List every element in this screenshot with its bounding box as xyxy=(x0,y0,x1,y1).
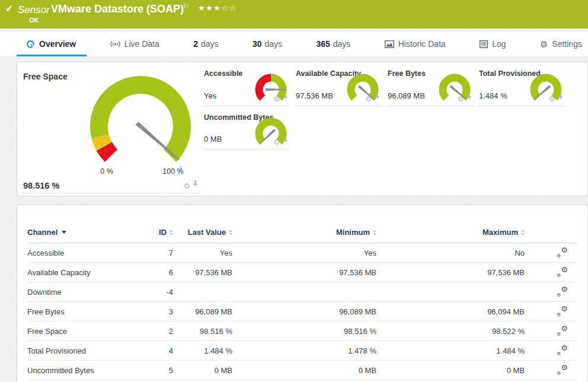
channel-maximum: No xyxy=(376,243,525,263)
gauge-cell-free-bytes: Free Bytes 96,089 MB ⚙ xyxy=(386,65,474,106)
channels-panel: Channel ID Last Value Minimum Maximum xyxy=(17,205,588,382)
channel-minimum: 97,536 MB xyxy=(232,263,376,282)
priority-stars[interactable]: ★★★☆☆ xyxy=(198,4,237,12)
sort-desc-icon xyxy=(62,231,66,234)
table-header-row: Channel ID Last Value Minimum Maximum xyxy=(27,228,577,243)
tab-label: Live Data xyxy=(124,39,159,49)
pin-icon[interactable] xyxy=(192,180,199,191)
uncommitted-bytes-gauge xyxy=(253,115,289,154)
pin-icon[interactable] xyxy=(282,93,289,104)
gauge-cell-accessible: Accessible Yes ⚙ xyxy=(203,65,290,106)
sort-icon xyxy=(373,230,376,235)
tab-overview[interactable]: Overview xyxy=(26,31,76,56)
pin-icon[interactable] xyxy=(374,93,381,104)
tab-live-data[interactable]: Live Data xyxy=(110,31,159,56)
channel-last-value: 1.484 % xyxy=(173,341,232,361)
tab-label: days xyxy=(264,39,282,49)
gauge-settings-icon[interactable]: ⚙ xyxy=(183,182,190,190)
table-row: Available Capacity697,536 MB97,536 MB97,… xyxy=(27,263,577,282)
sensor-header: ✓ Sensor VMware Datastore (SOAP) ⚐ ★★★☆☆… xyxy=(0,0,588,28)
channel-name[interactable]: Uncommitted Bytes xyxy=(27,361,146,380)
sort-icon xyxy=(229,230,232,235)
tab-30-days[interactable]: 30 days xyxy=(253,31,282,56)
tab-number: 365 xyxy=(316,39,330,49)
channel-name[interactable]: Free Bytes xyxy=(27,302,146,321)
column-label: Last Value xyxy=(188,228,226,237)
gauge-cell-total-provisioned: Total Provisioned 1.484 % ⚙ xyxy=(478,65,565,106)
channel-id: 6 xyxy=(146,263,173,282)
channel-minimum: 1.478 % xyxy=(232,341,376,361)
channel-id: 2 xyxy=(146,321,173,341)
channel-settings-icon[interactable]: ⚙⚙ xyxy=(557,365,568,374)
gauge-settings-icon[interactable]: ⚙ xyxy=(548,95,555,103)
channel-maximum: 0 MB xyxy=(376,361,525,380)
channel-last-value: 98.516 % xyxy=(173,321,232,341)
free-bytes-gauge xyxy=(436,71,473,110)
tab-365-days[interactable]: 365 days xyxy=(316,31,350,56)
channel-name[interactable]: Free Space xyxy=(27,321,146,341)
tab-label: Overview xyxy=(39,39,76,49)
channels-tbody: Accessible7YesYesNo⚙⚙Available Capacity6… xyxy=(27,243,577,380)
channel-settings-icon[interactable]: ⚙⚙ xyxy=(557,247,568,257)
tab-label: Log xyxy=(492,39,506,49)
gauge-cell-available-capacity: Available Capacity 97,536 MB ⚙ xyxy=(295,65,382,106)
gauge-cell-uncommitted-bytes: Uncommitted Bytes 0 MB ⚙ xyxy=(203,109,290,149)
channel-minimum: 0 MB xyxy=(232,361,376,380)
channel-last-value: 0 MB xyxy=(173,361,232,380)
tab-2-days[interactable]: 2 days xyxy=(193,31,218,56)
column-header-id[interactable]: ID xyxy=(146,228,173,243)
gauge-settings-icon[interactable]: ⚙ xyxy=(365,95,372,103)
channel-settings-icon[interactable]: ⚙⚙ xyxy=(557,267,568,276)
status-badge: OK xyxy=(29,17,39,24)
column-header-last-value[interactable]: Last Value xyxy=(173,228,232,243)
channel-settings-icon[interactable]: ⚙⚙ xyxy=(557,326,568,335)
channel-last-value: Yes xyxy=(173,243,232,263)
channel-settings-icon[interactable]: ⚙⚙ xyxy=(557,286,568,296)
tab-settings[interactable]: ⚙ Settings xyxy=(540,31,582,56)
table-row: Uncommitted Bytes50 MB0 MB0 MB⚙⚙ xyxy=(27,361,577,380)
gauge-value: 98.516 % xyxy=(23,181,59,190)
gauge-value: 97,536 MB xyxy=(296,91,333,100)
column-label: Maximum xyxy=(482,228,518,237)
tab-historic-data[interactable]: Historic Data xyxy=(385,31,446,56)
channel-name[interactable]: Total Provisioned xyxy=(27,341,146,361)
flag-icon[interactable]: ⚐ xyxy=(183,2,190,11)
channel-name[interactable]: Available Capacity xyxy=(27,263,146,282)
gauge-settings-icon[interactable]: ⚙ xyxy=(273,138,280,146)
pin-icon[interactable] xyxy=(466,93,472,104)
gauge-settings-icon[interactable]: ⚙ xyxy=(273,95,280,103)
tab-log[interactable]: Log xyxy=(480,31,506,56)
gauge-scale-min-label: 0 % xyxy=(100,167,113,176)
table-row: Downtime-4⚙⚙ xyxy=(27,282,577,302)
gauge-title: Accessible xyxy=(204,69,242,78)
tab-label: days xyxy=(333,39,351,49)
channel-settings-icon[interactable]: ⚙⚙ xyxy=(557,345,568,355)
sensor-page: ✓ Sensor VMware Datastore (SOAP) ⚐ ★★★☆☆… xyxy=(0,0,588,382)
sensor-kind-label: Sensor xyxy=(18,4,50,16)
historic-data-icon xyxy=(385,40,394,48)
tab-number: 2 xyxy=(193,39,198,49)
channel-minimum: 96,089 MB xyxy=(232,302,376,321)
table-row: Accessible7YesYesNo⚙⚙ xyxy=(27,243,577,263)
table-row: Total Provisioned41.484 %1.478 %1.484 %⚙… xyxy=(27,341,577,361)
column-header-minimum[interactable]: Minimum xyxy=(232,228,376,243)
gauge-cell-free-space: Free Space 0 %100 %x̄ 98.516 % ⚙ xyxy=(22,66,200,193)
channel-last-value: 96,089 MB xyxy=(173,302,232,321)
channel-name[interactable]: Accessible xyxy=(27,243,146,263)
gauge-value: 1.484 % xyxy=(479,91,507,100)
channel-id: 3 xyxy=(146,302,173,321)
live-data-icon xyxy=(110,40,120,48)
channel-id: 7 xyxy=(146,243,173,263)
column-header-maximum[interactable]: Maximum xyxy=(376,228,525,243)
column-header-actions xyxy=(525,228,577,243)
pin-icon[interactable] xyxy=(557,93,564,104)
column-header-channel[interactable]: Channel xyxy=(27,228,146,243)
gauge-settings-icon[interactable]: ⚙ xyxy=(457,95,464,103)
page-title: VMware Datastore (SOAP) xyxy=(51,3,184,15)
channel-settings-icon[interactable]: ⚙⚙ xyxy=(557,306,568,316)
gauge-title: Free Space xyxy=(23,72,68,81)
channel-id: -4 xyxy=(146,282,173,302)
pin-icon[interactable] xyxy=(282,136,289,147)
gauge-value: Yes xyxy=(204,91,216,100)
channel-name[interactable]: Downtime xyxy=(27,282,146,302)
